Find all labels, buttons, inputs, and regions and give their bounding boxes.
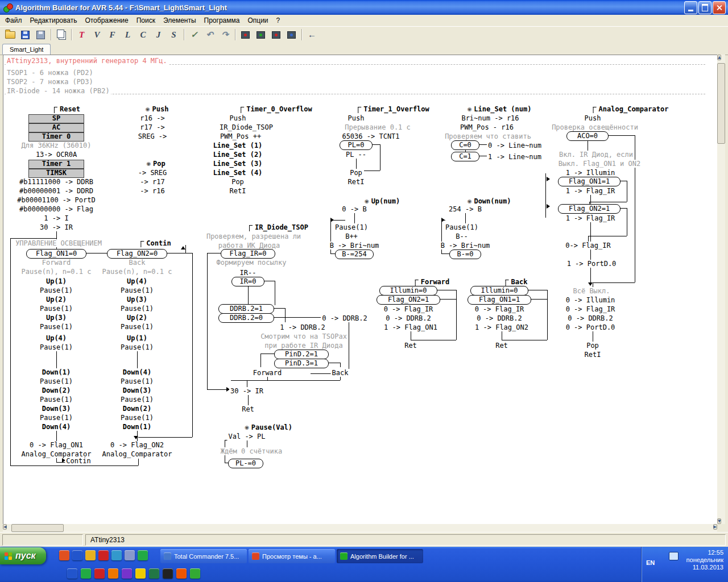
menu-item-5[interactable]: Элементы — [159, 15, 200, 26]
flow-operator-text[interactable]: #b00000000 -> Flag — [18, 205, 94, 213]
back-button[interactable]: ← — [305, 28, 319, 41]
language-indicator[interactable]: EN — [646, 559, 655, 566]
flow-operator-text[interactable]: 30 -> IR — [229, 387, 264, 395]
insert-jump-button[interactable]: J — [151, 28, 166, 41]
flow-operator-text[interactable]: 1 -> DDRB.2 — [279, 323, 326, 331]
flow-operator-text[interactable]: 1 -> Illumin — [565, 169, 617, 177]
chip-run-button[interactable] — [254, 28, 268, 41]
quicklaunch-icon[interactable] — [98, 550, 109, 560]
chip-read-button[interactable] — [269, 28, 283, 41]
flow-label-title[interactable]: Timer_0_Overflow — [239, 105, 313, 113]
flow-call-text[interactable]: Down(2) — [122, 405, 153, 413]
insert-field-button[interactable]: F — [105, 28, 119, 41]
flow-operator-text[interactable]: #b00000001 -> DDRD — [18, 187, 94, 195]
flow-operator-text[interactable]: Contin — [65, 457, 92, 465]
flow-comment-text[interactable]: TSOP1 - 6 ножка (PD2) — [6, 69, 94, 77]
scroll-right-icon[interactable]: ▶ — [713, 524, 717, 530]
flow-macro-title[interactable]: ◉Pop — [145, 160, 167, 168]
flow-operator-text[interactable]: Pop — [585, 342, 600, 350]
undo-button[interactable]: ↶ — [202, 28, 217, 41]
flow-operator-text[interactable]: Analog_Comparator — [101, 450, 173, 458]
flow-operator-text[interactable]: Pause(1) — [39, 286, 74, 294]
flow-comment-text[interactable]: Pause(n), n=0.1 с — [101, 268, 173, 276]
copy-button[interactable] — [54, 28, 68, 41]
flow-comment-text[interactable]: Смотрим что на TSOPах — [259, 332, 348, 340]
flow-label-title[interactable]: Forward — [414, 278, 451, 286]
menu-item-7[interactable]: Опции — [243, 15, 272, 26]
flow-call-text[interactable]: Down(2) — [41, 386, 72, 394]
flow-comment-text[interactable]: Forward — [41, 259, 72, 267]
flow-condition-oval[interactable]: Flag_ON1=1 — [558, 177, 621, 186]
flow-operator-text[interactable]: Pause(1) — [39, 343, 74, 351]
flow-operator-text[interactable]: 0-> Flag_IR — [564, 242, 611, 250]
flow-settings-block[interactable]: AC — [28, 123, 84, 132]
flow-operator-text[interactable]: 1 -> Flag_ON1 — [383, 323, 439, 331]
flow-operator-text[interactable]: RetI — [229, 187, 247, 195]
insert-vertex-button[interactable]: V — [90, 28, 104, 41]
quicklaunch-icon[interactable] — [72, 550, 82, 560]
flow-operator-text[interactable]: Back — [331, 369, 350, 377]
flow-operator-text[interactable]: 0 -> Illumin — [565, 296, 617, 304]
flow-macro-title[interactable]: ◉Push — [144, 105, 170, 113]
flow-condition-oval[interactable]: C=1 — [451, 152, 479, 161]
flow-operator-text[interactable]: 0 -> PortD.0 — [565, 323, 617, 331]
flow-label-title[interactable]: Back — [504, 278, 529, 286]
flow-operator-text[interactable]: 1 -> Flag_ON2 — [474, 323, 530, 331]
flow-call-text[interactable]: Up(1) — [126, 334, 148, 342]
flow-operator-text[interactable]: 1 -> Flag_IR — [565, 187, 617, 195]
flow-condition-oval[interactable]: PL=0 — [340, 140, 373, 150]
quicklaunch-icon[interactable] — [67, 568, 77, 579]
flow-call-text[interactable]: Line_Set (4) — [212, 169, 264, 177]
quicklaunch-icon[interactable] — [81, 568, 91, 579]
flow-operator-text[interactable]: -> SREG — [137, 169, 168, 177]
flow-condition-oval[interactable]: Illumin=0 — [470, 286, 528, 296]
flow-operator-text[interactable]: 0 -> Flag_IR — [565, 305, 617, 313]
flow-condition-oval[interactable]: ACO=0 — [566, 131, 609, 141]
title-bar[interactable]: Algorithm Builder for AVR 5.44 - F:\Smar… — [0, 0, 728, 15]
flow-label-title[interactable]: Reset — [53, 105, 81, 113]
flow-condition-oval[interactable]: Flag_ON1=1 — [468, 295, 531, 305]
quicklaunch-icon[interactable] — [94, 568, 105, 579]
flow-operator-text[interactable]: 0 -> DDRB.2 — [321, 314, 368, 322]
flow-comment-text[interactable]: Прерывание 0.1 с — [344, 123, 412, 131]
flow-comment-text[interactable]: Pause(n), n=0.1 с — [20, 268, 93, 276]
flow-comment-text[interactable]: Вкл. IR Диод, если — [558, 151, 634, 159]
flow-operator-text[interactable]: 1 -> Line~num — [487, 153, 543, 161]
flow-operator-text[interactable]: 1 -> I — [43, 214, 69, 222]
flow-call-text[interactable]: Up(1) — [45, 277, 68, 285]
menu-item-8[interactable]: ? — [272, 15, 284, 26]
flow-operator-text[interactable]: Pause(1) — [334, 223, 369, 231]
flow-operator-text[interactable]: Pop — [349, 169, 363, 177]
flow-comment-text[interactable]: ATtiny2313, внутренний генератор 4 МГц. — [6, 57, 168, 65]
flow-call-text[interactable]: Down(1) — [41, 368, 72, 376]
flow-condition-oval[interactable]: Flag_IR=0 — [221, 249, 275, 259]
flow-operator-text[interactable]: 0 -> DDRB.2 — [475, 314, 523, 322]
flow-comment-text[interactable]: Проверяем, разрешена ли — [205, 232, 302, 240]
quicklaunch-icon[interactable] — [138, 550, 148, 560]
flow-operator-text[interactable]: 0 -> DDRB.2 — [384, 314, 432, 322]
flow-operator-text[interactable]: r17 -> — [139, 123, 166, 131]
flow-call-text[interactable]: Up(2) — [45, 296, 68, 304]
flow-comment-text[interactable]: Проверка освещённости — [551, 123, 639, 131]
flow-condition-oval[interactable]: IR=0 — [231, 277, 264, 286]
horizontal-scroll-thumb[interactable] — [11, 524, 64, 532]
flow-operator-text[interactable]: Pause(1) — [119, 343, 155, 351]
flow-operator-text[interactable]: Val -> PL — [227, 433, 266, 440]
flow-operator-text[interactable]: Pause(1) — [119, 377, 155, 385]
flow-condition-oval[interactable]: B-=0 — [449, 250, 481, 259]
flow-operator-text[interactable]: Pause(1) — [39, 414, 74, 422]
flow-operator-text[interactable]: 0 -> Flag_IR — [383, 305, 435, 313]
flow-operator-text[interactable]: r16 -> — [139, 114, 166, 122]
maximize-button[interactable] — [698, 1, 712, 14]
menu-item-1[interactable]: Файл — [1, 15, 26, 26]
save-button[interactable] — [18, 28, 32, 41]
flow-condition-oval[interactable]: Illumin=0 — [379, 286, 437, 296]
flow-operator-text[interactable]: 13-> OCR0A — [35, 151, 78, 159]
flow-operator-text[interactable]: 0 -> B — [341, 205, 367, 213]
flow-operator-text[interactable]: Pause(1) — [119, 396, 155, 404]
flow-call-text[interactable]: Up(4) — [126, 277, 148, 285]
flow-operator-text[interactable]: B++ — [344, 232, 359, 240]
vertical-scrollbar[interactable]: ▲ ▼ — [717, 55, 725, 524]
flow-label-title[interactable]: Timer_1_Overflow — [357, 105, 431, 113]
start-button[interactable]: пуск — [0, 547, 46, 564]
